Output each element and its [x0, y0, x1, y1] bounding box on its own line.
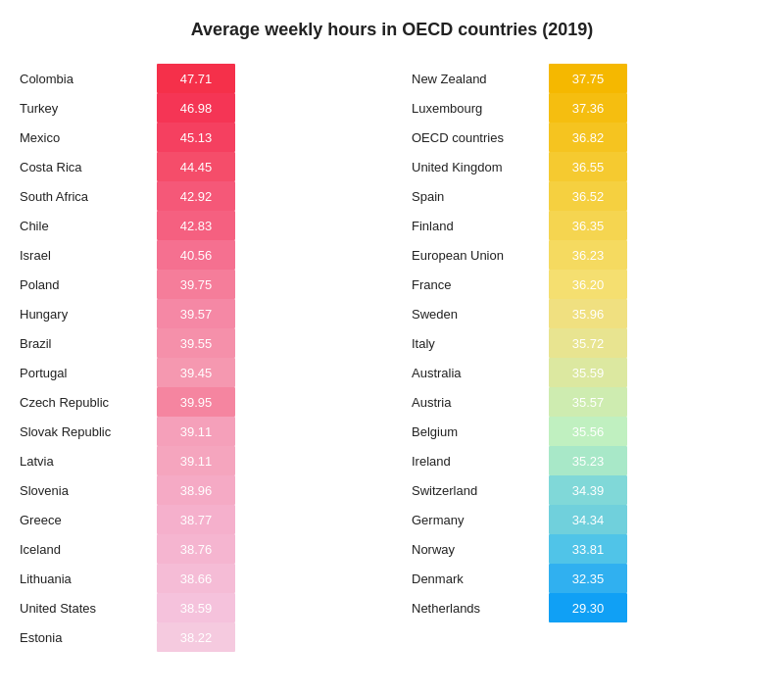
country-label: Sweden [412, 299, 549, 328]
left-column: Colombia47.71Turkey46.98Mexico45.13Costa… [20, 64, 372, 652]
table-row: Colombia47.71 [20, 64, 372, 93]
table-row: Greece38.77 [20, 505, 372, 534]
value-bar: 34.39 [549, 475, 627, 505]
country-label: Costa Rica [20, 152, 157, 181]
value-bar: 42.83 [157, 211, 235, 240]
value-bar: 35.57 [549, 387, 627, 417]
value-bar: 39.11 [157, 417, 235, 446]
country-label: Spain [412, 181, 549, 211]
table-row: Portugal39.45 [20, 358, 372, 387]
country-label: Denmark [412, 564, 549, 593]
table-row: Spain36.52 [412, 181, 764, 211]
country-label: Greece [20, 505, 157, 534]
table-row: Denmark32.35 [412, 564, 764, 593]
value-bar: 39.11 [157, 446, 235, 475]
table-row: South Africa42.92 [20, 181, 372, 211]
table-row: Latvia39.11 [20, 446, 372, 475]
chart-title: Average weekly hours in OECD countries (… [191, 20, 593, 40]
country-label: Turkey [20, 93, 157, 123]
table-row: France36.20 [412, 270, 764, 299]
value-bar: 38.59 [157, 593, 235, 622]
table-row: Germany34.34 [412, 505, 764, 534]
value-bar: 36.23 [549, 240, 627, 270]
table-row: Chile42.83 [20, 211, 372, 240]
chart-container: Colombia47.71Turkey46.98Mexico45.13Costa… [20, 64, 764, 652]
value-bar: 42.92 [157, 181, 235, 211]
table-row: Estonia38.22 [20, 622, 372, 652]
table-row: Lithuania38.66 [20, 564, 372, 593]
value-bar: 35.23 [549, 446, 627, 475]
country-label: Austria [412, 387, 549, 417]
table-row: Austria35.57 [412, 387, 764, 417]
table-row: Slovenia38.96 [20, 475, 372, 505]
country-label: Ireland [412, 446, 549, 475]
table-row: Iceland38.76 [20, 534, 372, 564]
table-row: European Union36.23 [412, 240, 764, 270]
country-label: Chile [20, 211, 157, 240]
country-label: Czech Republic [20, 387, 157, 417]
table-row: Czech Republic39.95 [20, 387, 372, 417]
value-bar: 36.55 [549, 152, 627, 181]
value-bar: 39.55 [157, 328, 235, 358]
country-label: France [412, 270, 549, 299]
value-bar: 34.34 [549, 505, 627, 534]
value-bar: 39.75 [157, 270, 235, 299]
table-row: Finland36.35 [412, 211, 764, 240]
country-label: Belgium [412, 417, 549, 446]
country-label: United Kingdom [412, 152, 549, 181]
country-label: Portugal [20, 358, 157, 387]
value-bar: 32.35 [549, 564, 627, 593]
value-bar: 39.95 [157, 387, 235, 417]
table-row: United Kingdom36.55 [412, 152, 764, 181]
country-label: Estonia [20, 622, 157, 652]
country-label: Switzerland [412, 475, 549, 505]
table-row: Israel40.56 [20, 240, 372, 270]
country-label: Germany [412, 505, 549, 534]
value-bar: 37.36 [549, 93, 627, 123]
value-bar: 38.77 [157, 505, 235, 534]
country-label: Netherlands [412, 593, 549, 622]
table-row: New Zealand37.75 [412, 64, 764, 93]
value-bar: 35.56 [549, 417, 627, 446]
value-bar: 36.20 [549, 270, 627, 299]
right-column: New Zealand37.75Luxembourg37.36OECD coun… [412, 64, 764, 652]
value-bar: 36.35 [549, 211, 627, 240]
value-bar: 29.30 [549, 593, 627, 622]
country-label: Poland [20, 270, 157, 299]
value-bar: 38.22 [157, 622, 235, 652]
table-row: Luxembourg37.36 [412, 93, 764, 123]
country-label: United States [20, 593, 157, 622]
value-bar: 35.72 [549, 328, 627, 358]
country-label: Iceland [20, 534, 157, 564]
value-bar: 40.56 [157, 240, 235, 270]
table-row: United States38.59 [20, 593, 372, 622]
value-bar: 35.96 [549, 299, 627, 328]
country-label: Israel [20, 240, 157, 270]
country-label: Slovenia [20, 475, 157, 505]
value-bar: 44.45 [157, 152, 235, 181]
table-row: OECD countries36.82 [412, 123, 764, 152]
value-bar: 46.98 [157, 93, 235, 123]
country-label: OECD countries [412, 123, 549, 152]
value-bar: 38.96 [157, 475, 235, 505]
value-bar: 47.71 [157, 64, 235, 93]
country-label: Luxembourg [412, 93, 549, 123]
country-label: Colombia [20, 64, 157, 93]
table-row: Mexico45.13 [20, 123, 372, 152]
value-bar: 36.82 [549, 123, 627, 152]
table-row: Australia35.59 [412, 358, 764, 387]
table-row: Italy35.72 [412, 328, 764, 358]
value-bar: 39.57 [157, 299, 235, 328]
table-row: Netherlands29.30 [412, 593, 764, 622]
table-row: Slovak Republic39.11 [20, 417, 372, 446]
value-bar: 39.45 [157, 358, 235, 387]
value-bar: 35.59 [549, 358, 627, 387]
table-row: Norway33.81 [412, 534, 764, 564]
country-label: New Zealand [412, 64, 549, 93]
value-bar: 38.76 [157, 534, 235, 564]
country-label: Slovak Republic [20, 417, 157, 446]
country-label: Lithuania [20, 564, 157, 593]
table-row: Costa Rica44.45 [20, 152, 372, 181]
table-row: Poland39.75 [20, 270, 372, 299]
table-row: Belgium35.56 [412, 417, 764, 446]
